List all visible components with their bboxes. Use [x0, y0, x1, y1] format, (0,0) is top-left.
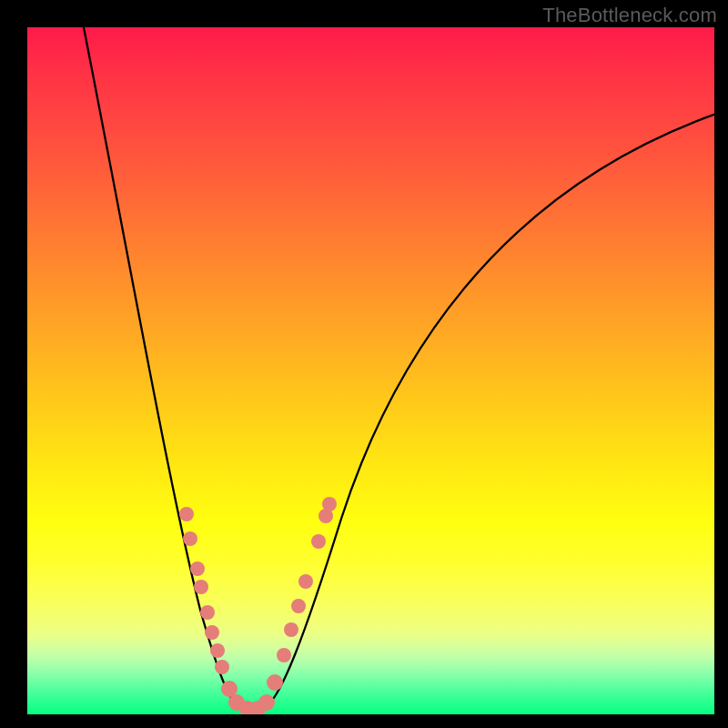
scatter-dot: [311, 534, 326, 549]
curve-left-arm: [82, 27, 240, 708]
scatter-dot: [291, 599, 306, 613]
scatter-dot: [205, 625, 219, 640]
scatter-dot: [258, 694, 275, 711]
scatter-dot: [298, 574, 313, 589]
scatter-dot: [194, 580, 208, 594]
scatter-dot: [267, 674, 283, 691]
watermark-text: TheBottleneck.com: [542, 4, 717, 27]
scatter-dot: [210, 643, 225, 658]
scatter-dot: [183, 531, 197, 546]
curve-right-arm: [264, 113, 714, 708]
curve-svg: [27, 27, 714, 714]
scatter-dot: [200, 605, 215, 620]
scatter-dot: [277, 648, 291, 662]
scatter-dot: [322, 497, 337, 511]
scatter-dot: [179, 507, 194, 521]
scatter-dot: [284, 622, 298, 637]
scatter-dot: [215, 660, 229, 674]
scatter-dot: [190, 561, 205, 576]
chart-plot-area: [27, 27, 714, 714]
